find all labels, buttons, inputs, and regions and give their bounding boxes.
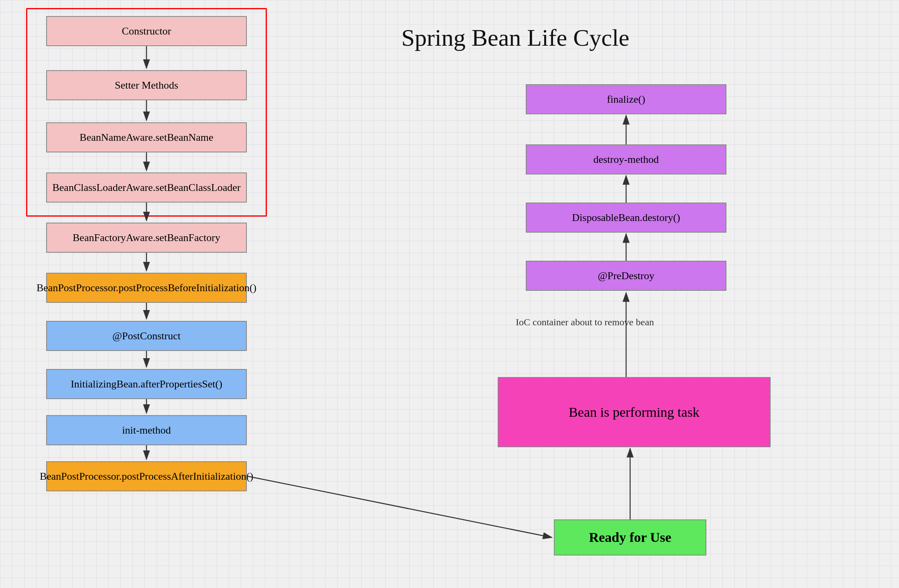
- init-method-box: init-method: [46, 415, 247, 445]
- post-process-after-box: BeanPostProcessor.postProcessAfterInitia…: [46, 461, 247, 491]
- initializing-bean-box: InitializingBean.afterPropertiesSet(): [46, 369, 247, 399]
- bean-name-aware-box: BeanNameAware.setBeanName: [46, 122, 247, 152]
- ioc-label: IoC container about to remove bean: [516, 317, 654, 328]
- post-construct-box: @PostConstruct: [46, 321, 247, 351]
- post-process-before-box: BeanPostProcessor.postProcessBeforeIniti…: [46, 273, 247, 303]
- finalize-box: finalize(): [526, 84, 726, 114]
- page-title: Spring Bean Life Cycle: [401, 24, 629, 52]
- bean-performing-box: Bean is performing task: [498, 377, 771, 447]
- disposable-bean-box: DisposableBean.destory(): [526, 203, 726, 233]
- destroy-method-box: destroy-method: [526, 144, 726, 174]
- bean-factory-aware-box: BeanFactoryAware.setBeanFactory: [46, 223, 247, 253]
- ready-for-use-box: Ready for Use: [554, 519, 706, 556]
- svg-line-11: [247, 476, 552, 537]
- setter-box: Setter Methods: [46, 70, 247, 100]
- bean-class-loader-aware-box: BeanClassLoaderAware.setBeanClassLoader: [46, 172, 247, 203]
- pre-destroy-box: @PreDestroy: [526, 261, 726, 291]
- constructor-box: Constructor: [46, 16, 247, 46]
